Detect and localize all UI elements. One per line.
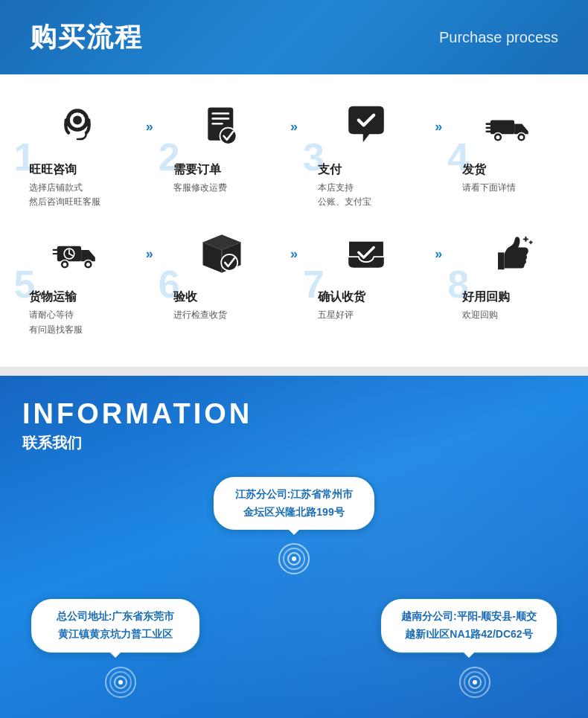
step-6-desc: 进行检查收货	[173, 308, 278, 322]
svg-rect-12	[490, 121, 514, 135]
step-8-icon	[481, 224, 540, 283]
step-5-icon	[48, 224, 107, 283]
arrow-5-6: »	[146, 246, 153, 262]
step-8-desc: 欢迎回购	[462, 308, 566, 322]
arrow-1-2: »	[146, 119, 153, 135]
svg-point-2	[73, 116, 82, 125]
step-6-title: 验收	[173, 289, 278, 305]
svg-point-16	[520, 135, 523, 139]
arrow-3-4: »	[435, 119, 442, 135]
page-title: 购买流程	[30, 19, 143, 56]
step-2: 2 需要订单 客服修改运费	[166, 97, 278, 195]
step-3-desc: 本店支持公账、支付宝	[318, 181, 422, 209]
section-divider	[0, 367, 588, 376]
step-4-icon	[481, 97, 540, 156]
location-container: 江苏分公司:江苏省常州市 金坛区兴隆北路199号 总公司地址:广东省东莞市 黄江…	[22, 475, 566, 706]
header-section: 购买流程 Purchase process	[0, 0, 588, 74]
step-7-desc: 五星好评	[318, 308, 422, 322]
info-title-cn: 联系我们	[22, 433, 566, 453]
arrow-7-8: »	[435, 246, 442, 262]
step-6: 6 验收 进行检查收货	[166, 224, 278, 322]
step-5: 5 货物运输 请耐心等待有问题找客服	[22, 224, 133, 336]
jiangsu-bubble: 江苏分公司:江苏省常州市 金坛区兴隆北路199号	[212, 475, 376, 532]
step-8-title: 好用回购	[462, 289, 566, 305]
svg-point-24	[86, 263, 89, 266]
process-row-2: 5 货物运输 请耐心等待有问题找客服 »	[15, 224, 573, 336]
step-1: 1 旺旺咨询 选择店铺款式然后咨询旺旺客服	[22, 97, 133, 209]
step-8: 8 好用回购 欢迎回购	[455, 224, 566, 322]
step-7-title: 确认收货	[318, 289, 422, 305]
step-1-title: 旺旺咨询	[29, 162, 133, 178]
vietnam-pin	[458, 666, 491, 699]
step-2-icon	[192, 97, 252, 156]
vietnam-bubble: 越南分公司:平阳-顺安县-顺交 越新I业区NA1路42/DC62号	[380, 597, 558, 654]
step-6-icon	[192, 224, 252, 283]
jiangsu-pin	[278, 542, 310, 575]
step-1-desc: 选择店铺款式然后咨询旺旺客服	[29, 181, 133, 209]
step-1-icon	[48, 97, 107, 156]
step-4: 4 发货 请看下面详情	[455, 97, 566, 195]
page-subtitle: Purchase process	[439, 29, 558, 46]
step-2-desc: 客服修改运费	[173, 181, 278, 195]
step-4-desc: 请看下面详情	[462, 181, 566, 195]
step-7: 7 确认收货 五星好评	[310, 224, 422, 322]
svg-rect-9	[211, 123, 223, 125]
step-5-desc: 请耐心等待有问题找客服	[29, 308, 133, 336]
step-3-title: 支付	[318, 162, 422, 178]
step-7-icon	[336, 224, 396, 283]
info-section: INFORMATION 联系我们 江苏分公司:江苏省常州市 金坛区兴隆北路199…	[0, 376, 588, 718]
svg-point-53	[473, 680, 477, 685]
svg-point-49	[118, 680, 123, 685]
svg-rect-3	[65, 118, 70, 126]
svg-rect-8	[211, 118, 229, 120]
svg-point-45	[292, 557, 296, 561]
step-2-title: 需要订单	[173, 162, 278, 178]
arrow-2-3: »	[290, 119, 298, 135]
step-4-title: 发货	[462, 162, 566, 178]
process-row-1: 1 旺旺咨询 选择店铺款式然后咨询旺旺客服 »	[15, 97, 573, 209]
guangdong-pin	[104, 666, 137, 699]
svg-point-14	[496, 135, 500, 139]
svg-rect-4	[85, 118, 90, 126]
process-section: 1 旺旺咨询 选择店铺款式然后咨询旺旺客服 »	[0, 74, 588, 367]
step-5-title: 货物运输	[29, 289, 133, 305]
arrow-6-7: »	[290, 246, 298, 262]
info-title-en: INFORMATION	[22, 398, 566, 430]
svg-rect-7	[211, 112, 229, 115]
svg-point-22	[63, 263, 66, 266]
guangdong-bubble: 总公司地址:广东省东莞市 黄江镇黄京坑力普工业区	[30, 597, 201, 654]
step-3: 3 支付 本店支持公账、支付宝	[310, 97, 422, 209]
step-3-icon	[336, 97, 396, 156]
